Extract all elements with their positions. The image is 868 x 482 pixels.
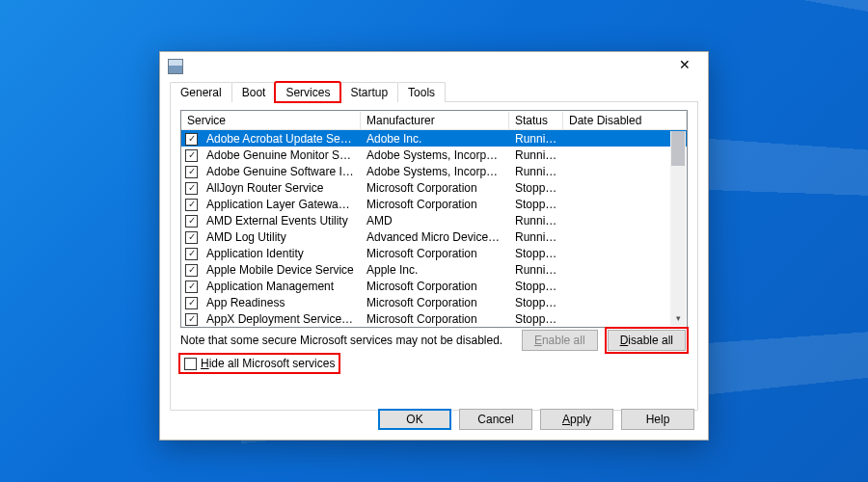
ok-button[interactable]: OK [378,409,451,430]
cell-status: Stopped [509,247,563,260]
close-button[interactable]: ✕ [665,51,704,78]
scroll-down-icon[interactable]: ▾ [671,310,685,326]
row-checkbox[interactable]: ✓ [185,182,198,195]
cell-status: Stopped [509,198,563,211]
cell-status: Stopped [509,181,563,195]
row-checkbox[interactable]: ✓ [185,248,198,260]
cell-status: Running [509,165,563,178]
msconfig-window: ✕ General Boot Services Startup Tools Se… [159,51,709,441]
cell-service: AMD Log Utility [201,230,361,244]
row-checkbox[interactable]: ✓ [185,313,198,326]
table-row[interactable]: ✓Adobe Genuine Monitor ServiceAdobe Syst… [181,147,687,163]
row-checkbox[interactable]: ✓ [185,166,198,178]
cell-status: Running [509,214,563,228]
row-checkbox[interactable]: ✓ [185,149,198,162]
table-row[interactable]: ✓App ReadinessMicrosoft CorporationStopp… [181,294,687,310]
cell-status: Stopped [509,280,563,293]
cell-status: Stopped [509,312,563,326]
table-row[interactable]: ✓AppX Deployment Service (AppX...Microso… [181,310,687,327]
tab-general[interactable]: General [170,82,232,102]
table-row[interactable]: ✓Adobe Acrobat Update ServiceAdobe Inc.R… [181,130,687,147]
table-row[interactable]: ✓Adobe Genuine Software Integri...Adobe … [181,163,687,179]
cell-manufacturer: Microsoft Corporation [361,198,509,211]
tab-startup[interactable]: Startup [339,82,398,102]
row-checkbox[interactable]: ✓ [185,199,198,211]
cell-service: AllJoyn Router Service [201,181,361,195]
cell-manufacturer: Advanced Micro Devices, I... [361,230,509,244]
scrollbar[interactable]: ▾ [670,131,686,326]
cell-manufacturer: Microsoft Corporation [361,280,509,293]
col-service[interactable]: Service [181,112,361,129]
app-icon [168,59,183,74]
col-date-disabled[interactable]: Date Disabled [563,112,687,129]
cell-status: Running [509,230,563,244]
apply-button[interactable]: Apply [540,409,613,430]
tab-services[interactable]: Services [275,82,340,102]
cell-service: Adobe Genuine Monitor Service [201,148,361,162]
tab-tools[interactable]: Tools [397,82,446,102]
cell-manufacturer: Microsoft Corporation [361,296,509,309]
cell-status: Running [509,148,563,162]
table-row[interactable]: ✓Application ManagementMicrosoft Corpora… [181,278,687,294]
table-row[interactable]: ✓AMD External Events UtilityAMDRunning [181,212,687,228]
cell-service: Application Layer Gateway Service [201,198,361,211]
enable-all-button[interactable]: Enable all [522,330,598,351]
row-checkbox[interactable]: ✓ [185,264,198,277]
col-status[interactable]: Status [509,112,563,129]
cell-manufacturer: Adobe Systems, Incorpora... [361,165,509,178]
cell-status: Stopped [509,296,563,309]
table-row[interactable]: ✓AllJoyn Router ServiceMicrosoft Corpora… [181,179,687,196]
disable-all-button[interactable]: Disable all [608,330,686,351]
checkbox-icon [184,358,197,370]
cell-service: Application Identity [201,247,361,260]
row-checkbox[interactable]: ✓ [185,281,198,293]
cell-service: Application Management [201,280,361,293]
table-row[interactable]: ✓AMD Log UtilityAdvanced Micro Devices, … [181,228,687,245]
row-checkbox[interactable]: ✓ [185,297,198,309]
table-row[interactable]: ✓Application Layer Gateway ServiceMicros… [181,196,687,212]
cell-manufacturer: Apple Inc. [361,263,509,277]
cell-manufacturer: Microsoft Corporation [361,312,509,326]
cell-service: App Readiness [201,296,361,309]
services-table: Service Manufacturer Status Date Disable… [180,110,688,328]
cell-status: Running [509,132,563,146]
cell-status: Running [509,263,563,277]
row-checkbox[interactable]: ✓ [185,133,198,146]
cell-manufacturer: Microsoft Corporation [361,181,509,195]
col-manufacturer[interactable]: Manufacturer [361,112,509,129]
table-row[interactable]: ✓Application IdentityMicrosoft Corporati… [181,245,687,261]
cell-manufacturer: Microsoft Corporation [361,247,509,260]
cell-manufacturer: Adobe Inc. [361,132,509,146]
hide-ms-services-checkbox[interactable]: Hide all Microsoft services [180,355,339,372]
table-header: Service Manufacturer Status Date Disable… [181,111,687,130]
cell-service: AppX Deployment Service (AppX... [201,312,361,326]
titlebar: ✕ [160,52,708,81]
cell-service: Adobe Acrobat Update Service [201,132,361,146]
tab-panel: Service Manufacturer Status Date Disable… [170,102,698,411]
note-text: Note that some secure Microsoft services… [180,334,502,347]
cancel-button[interactable]: Cancel [459,409,532,430]
row-checkbox[interactable]: ✓ [185,215,198,228]
cell-service: Apple Mobile Device Service [201,263,361,277]
cell-service: AMD External Events Utility [201,214,361,228]
table-row[interactable]: ✓Apple Mobile Device ServiceApple Inc.Ru… [181,261,687,278]
row-checkbox[interactable]: ✓ [185,231,198,244]
cell-manufacturer: AMD [361,214,509,228]
cell-service: Adobe Genuine Software Integri... [201,165,361,178]
scrollbar-thumb[interactable] [671,131,685,166]
help-button[interactable]: Help [621,409,694,430]
tabstrip: General Boot Services Startup Tools [170,81,698,102]
cell-manufacturer: Adobe Systems, Incorpora... [361,148,509,162]
tab-boot[interactable]: Boot [231,82,277,102]
